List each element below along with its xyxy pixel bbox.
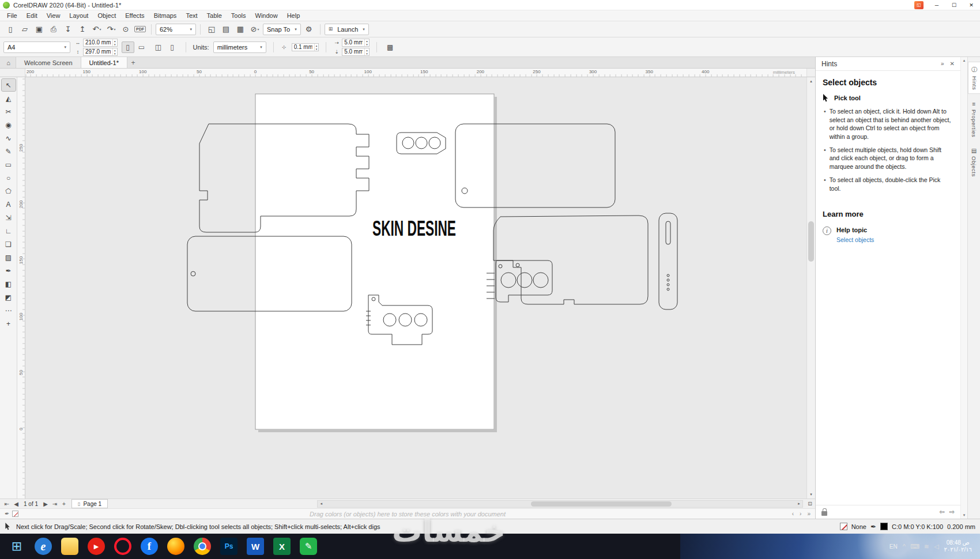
palette-overflow-icon[interactable]: » [807,511,811,517]
menu-layout[interactable]: Layout [65,12,93,19]
treat-as-filled-button[interactable]: ▩ [384,41,397,53]
youtube-taskbar-icon[interactable]: ▶ [88,538,105,555]
scroll-down-icon[interactable]: ▾ [807,490,815,498]
minimize-button[interactable]: ─ [928,0,945,10]
menu-window[interactable]: Window [251,12,282,19]
side-skin-outline[interactable] [487,213,677,309]
undo-button[interactable]: ↶▾ [90,23,104,36]
ellipse-tool[interactable]: ○ [2,172,16,184]
outline-color-swatch[interactable] [880,523,888,530]
shape-tool[interactable]: ◭ [2,92,16,104]
taskbar-clock[interactable]: 08:48 ص ٢٠٢١/٠٢/١٦ [944,539,972,553]
docker-tab-properties[interactable]: ≡Properties [968,97,980,141]
add-page-button[interactable]: + [59,501,69,507]
nudge-spinner[interactable]: ▴▾ [314,44,319,51]
next-page-button[interactable]: ▶ [41,501,50,507]
menu-object[interactable]: Object [93,12,120,19]
lock-docker-icon[interactable] [821,511,827,516]
import-button[interactable]: ↧ [61,23,75,36]
export-button[interactable]: ↥ [76,23,89,36]
skin-design-text[interactable]: SKIN DESINE [372,217,456,240]
hint-back-icon[interactable]: ⇦ [940,508,945,516]
show-rulers-button[interactable]: ▤ [219,23,233,36]
zoom-level-select[interactable]: 62% ▾ [156,24,196,35]
text-tool[interactable]: A [2,198,16,210]
new-document-button[interactable]: ▯ [3,23,17,36]
new-document-tab-button[interactable]: + [127,57,139,68]
page-height-field[interactable]: ▴▾ [83,48,118,56]
duplicate-x-input[interactable] [342,39,364,46]
last-page-button[interactable]: ⇥ [50,501,59,507]
horizontal-ruler[interactable]: millimeters 2001501005005010015020025030… [25,69,806,77]
vertical-scroll-thumb[interactable] [808,221,814,262]
excel-taskbar-icon[interactable]: X [273,538,291,555]
facebook-taskbar-icon[interactable]: f [141,538,158,555]
drawing-canvas[interactable]: SKIN DESINE [25,77,806,498]
word-taskbar-icon[interactable]: W [247,538,264,555]
hint-forward-icon[interactable]: ⇨ [949,508,955,516]
save-button[interactable]: ▣ [32,23,46,36]
open-button[interactable]: ▱ [18,23,32,36]
docker-tab-hints[interactable]: ⓘHints [968,62,980,94]
page-height-spinner[interactable]: ▴▾ [112,48,117,55]
page-width-field[interactable]: ▴▾ [83,39,118,47]
nudge-distance-input[interactable] [292,44,314,50]
chrome-taskbar-icon[interactable] [194,538,211,555]
rectangle-tool[interactable]: ▭ [2,158,16,171]
photoshop-taskbar-icon[interactable]: Ps [220,538,238,555]
touch-keyboard-icon[interactable]: ⌨ [910,543,919,550]
fill-none-swatch[interactable] [840,523,847,530]
page-width-spinner[interactable]: ▴▾ [112,39,117,46]
volume-icon[interactable]: ◁ [934,543,938,550]
duplicate-x-field[interactable]: ▴▾ [342,39,370,47]
pick-tool[interactable]: ↖ [2,79,16,91]
language-indicator[interactable]: EN [889,543,898,550]
menu-file[interactable]: File [2,12,22,19]
print-button[interactable]: ⎙ [47,23,61,36]
menu-bitmaps[interactable]: Bitmaps [149,12,182,19]
connector-tool[interactable]: ∟ [2,225,16,237]
nudge-distance-field[interactable]: ▴▾ [292,43,319,51]
close-docker-icon[interactable]: ✕ [950,61,955,67]
palette-scroll-left-icon[interactable]: ‹ [792,511,794,517]
snap-off-button[interactable]: ⊘▾ [248,23,262,36]
vertical-ruler[interactable]: 250200150100500 [17,77,25,498]
ruler-origin-button[interactable] [0,69,25,77]
scroll-right-icon[interactable]: ▸ [796,501,802,506]
customize-toolbox[interactable]: + [2,318,16,330]
duplicate-x-spinner[interactable]: ▴▾ [364,39,369,46]
fullscreen-preview-button[interactable]: ◱ [205,23,218,36]
file-explorer-taskbar-icon[interactable] [61,538,78,555]
palette-scroll-right-icon[interactable]: › [800,511,801,517]
show-grid-button[interactable]: ▦ [233,23,247,36]
hints-scrollbar[interactable]: ▴ ▾ [960,57,967,519]
green-app-taskbar-icon[interactable]: ✎ [300,538,317,555]
scroll-up-icon[interactable]: ▴ [963,58,966,63]
polygon-tool[interactable]: ⬠ [2,185,16,197]
start-taskbar-icon[interactable]: ⊞ [8,538,25,555]
all-pages-button[interactable]: ◫ [152,41,165,53]
eyedropper-tool[interactable]: ✒ [2,265,16,277]
landscape-button[interactable]: ▭ [135,41,148,53]
current-page-button[interactable]: ▯ [166,41,179,53]
previous-page-button[interactable]: ◀ [12,501,21,507]
artistic-media-tool[interactable]: ✎ [2,145,16,157]
zoom-tool[interactable]: ◉ [2,119,16,131]
menu-table[interactable]: Table [202,12,227,19]
dimension-tool[interactable]: ⇲ [2,211,16,224]
search-content-button[interactable]: ⊙ [119,23,133,36]
horizontal-scroll-thumb[interactable] [531,501,672,507]
page-size-preset-select[interactable]: A4 ▾ [3,41,70,53]
options-button[interactable]: ⚙ [302,23,316,36]
smart-fill-tool[interactable]: ◩ [2,291,16,303]
tab-welcome-screen[interactable]: Welcome Screen [16,57,81,68]
page-height-input[interactable] [84,48,112,55]
scroll-up-icon[interactable]: ▴ [807,77,815,85]
interactive-fill-tool[interactable]: ◧ [2,278,16,290]
menu-help[interactable]: Help [282,12,305,19]
drop-shadow-tool[interactable]: ❏ [2,238,16,250]
no-color-swatch[interactable] [12,511,18,517]
scroll-down-icon[interactable]: ▾ [963,513,966,518]
freehand-tool[interactable]: ∿ [2,132,16,144]
collapse-docker-icon[interactable]: » [941,61,944,67]
